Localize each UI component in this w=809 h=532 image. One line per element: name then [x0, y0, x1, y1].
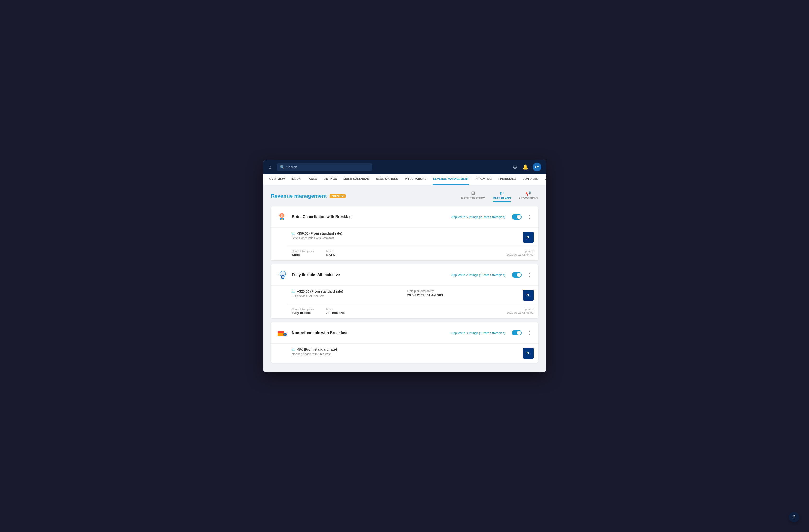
card-header-2: ↔ 👔 Fully flexible- All-inclusive Applie…	[271, 264, 538, 286]
card-icon-2: ↔ 👔	[276, 269, 288, 281]
booking-logo-2: B.	[523, 290, 534, 301]
svg-text:💳: 💳	[284, 334, 286, 336]
home-icon[interactable]: ⌂	[268, 163, 273, 171]
svg-text:$: $	[281, 214, 282, 217]
updated-field-2: Updated 2021-07-21 03:43:52	[505, 308, 534, 315]
tag-icon-1: 🏷	[292, 232, 295, 235]
cancellation-value-2: Fully flexible	[292, 311, 321, 315]
booking-logo-3: B.	[523, 348, 534, 358]
card-body-row-3: 🏷 -5% (From standard rate) Non-refundabl…	[292, 348, 534, 359]
more-button-2[interactable]: ⋮	[526, 271, 534, 279]
tab-rate-plans[interactable]: 🏷 RATE PLANS	[493, 191, 511, 201]
updated-label-2: Updated	[505, 308, 534, 311]
rate-subtitle-3: Non-refundable with Breakfast	[292, 353, 519, 356]
rate-plans-icon: 🏷	[500, 191, 504, 196]
nav-item-tasks[interactable]: TASKS	[307, 174, 317, 185]
meals-label-2: Meals	[326, 308, 355, 311]
avatar[interactable]: AC	[533, 163, 541, 171]
tab-promotions-label: PROMOTIONS	[518, 197, 538, 200]
card-body-row-1: 🏷 -$50.00 (From standard rate) Strict Ca…	[292, 231, 534, 243]
svg-text:💰: 💰	[281, 218, 283, 220]
top-bar-right: ⊕ 🔔 AC	[512, 163, 541, 171]
rate-value-3: -5% (From standard rate)	[297, 348, 337, 351]
nav-item-contacts[interactable]: CONTACTS	[522, 174, 539, 185]
rate-row-3: 🏷 -5% (From standard rate)	[292, 348, 519, 352]
nav-item-listings[interactable]: LISTINGS	[323, 174, 337, 185]
updated-value-1: 2021-07-21 03:44:40	[505, 253, 534, 256]
search-input[interactable]	[287, 165, 369, 169]
meals-label-1: Meals	[326, 250, 355, 252]
nav-item-overview[interactable]: OVERVIEW	[269, 174, 285, 185]
card-footer-1: Cancellation policy Strict Meals BKFST U…	[271, 247, 538, 261]
card-title-3: Non-refundable with Breakfast	[292, 331, 448, 335]
more-button-1[interactable]: ⋮	[526, 213, 534, 220]
avail-value-2: 23 Jul 2021 - 31 Jul 2021	[408, 293, 519, 297]
notification-icon[interactable]: 🔔	[521, 163, 529, 171]
avail-label-2: Rate plan availability	[408, 289, 519, 293]
toggle-2[interactable]	[512, 272, 521, 278]
nav-item-revenue[interactable]: REVENUE MANAGEMENT	[433, 174, 469, 185]
cancellation-breakfast-icon: $ 💰	[276, 211, 288, 223]
tag-icon-3: 🏷	[292, 348, 295, 352]
svg-rect-9	[278, 332, 284, 333]
cancellation-label-2: Cancellation policy	[292, 308, 321, 311]
nav-item-financials[interactable]: FINANCIALS	[498, 174, 516, 185]
nav-item-analytics[interactable]: ANALYTICS	[475, 174, 492, 185]
meals-value-2: All-inclusive	[326, 311, 355, 315]
card-title-2: Fully flexible- All-inclusive	[292, 273, 448, 277]
card-header-1: $ 💰 Strict Cancellation with Breakfast A…	[271, 206, 538, 228]
updated-value-2: 2021-07-21 03:43:52	[505, 311, 534, 314]
card-body-3: 🏷 -5% (From standard rate) Non-refundabl…	[271, 344, 538, 362]
nav-item-multicalendar[interactable]: MULTI-CALENDAR	[343, 174, 369, 185]
applied-link-3[interactable]: Applied to 3 listings (1 Rate Strategies…	[451, 331, 505, 335]
rate-plan-card-1: $ 💰 Strict Cancellation with Breakfast A…	[271, 206, 538, 261]
rate-row-1: 🏷 -$50.00 (From standard rate)	[292, 231, 519, 235]
cancellation-field-1: Cancellation policy Strict	[292, 250, 321, 256]
card-icon-3: 💳	[276, 326, 288, 339]
card-footer-2: Cancellation policy Fully flexible Meals…	[271, 305, 538, 318]
card-body-row-2: 🏷 +$20.00 (From standard rate) Fully fle…	[292, 289, 534, 301]
tab-promotions[interactable]: 📢 PROMOTIONS	[518, 191, 538, 201]
availability-section-2: Rate plan availability 23 Jul 2021 - 31 …	[408, 289, 519, 297]
rate-plan-card-3: 💳 Non-refundable with Breakfast Applied …	[271, 322, 538, 362]
add-button[interactable]: ⊕	[512, 163, 518, 171]
more-button-3[interactable]: ⋮	[526, 329, 534, 336]
toggle-1[interactable]	[512, 214, 521, 219]
page-header: Revenue management PREMIUM ⊞ RATE STRATE…	[271, 191, 538, 201]
sub-tabs: ⊞ RATE STRATEGY 🏷 RATE PLANS 📢 PROMOTION…	[461, 191, 538, 201]
tab-rate-plans-label: RATE PLANS	[493, 197, 511, 200]
svg-text:↔: ↔	[277, 273, 279, 276]
toggle-3[interactable]	[512, 330, 521, 336]
rate-strategy-icon: ⊞	[471, 191, 475, 196]
rate-value-1: -$50.00 (From standard rate)	[297, 231, 342, 235]
rate-value-2: +$20.00 (From standard rate)	[297, 289, 343, 293]
tag-icon-2: 🏷	[292, 290, 295, 294]
nav-item-integrations[interactable]: INTEGRATIONS	[404, 174, 427, 185]
card-icon-1: $ 💰	[276, 211, 288, 223]
main-window: ⌂ 🔍 ⊕ 🔔 AC OVERVIEW INBOX TASKS LISTINGS…	[263, 160, 546, 372]
updated-label-1: Updated	[505, 250, 534, 252]
help-button[interactable]: ?	[789, 512, 799, 522]
nav-item-reservations[interactable]: RESERVATIONS	[375, 174, 399, 185]
rate-subtitle-2: Fully flexible- All-inclusive	[292, 295, 404, 298]
premium-badge: PREMIUM	[330, 194, 346, 198]
nav-item-inbox[interactable]: INBOX	[291, 174, 301, 185]
nav-item-account[interactable]: ACCOUNT	[544, 174, 546, 185]
nonrefundable-breakfast-icon: 💳	[276, 326, 288, 339]
main-nav: OVERVIEW INBOX TASKS LISTINGS MULTI-CALE…	[263, 174, 546, 185]
search-bar[interactable]: 🔍	[277, 163, 373, 171]
promotions-icon: 📢	[526, 191, 531, 196]
cancellation-label-1: Cancellation policy	[292, 250, 321, 252]
applied-link-1[interactable]: Applied to 5 listings (2 Rate Strategies…	[451, 215, 505, 219]
tab-rate-strategy[interactable]: ⊞ RATE STRATEGY	[461, 191, 485, 201]
rate-subtitle-1: Strict Cancellation with Breakfast	[292, 236, 519, 240]
applied-link-2[interactable]: Applied to 2 listings (1 Rate Strategies…	[451, 273, 505, 277]
tab-rate-strategy-label: RATE STRATEGY	[461, 197, 485, 200]
rate-row-2: 🏷 +$20.00 (From standard rate)	[292, 289, 404, 294]
meals-field-2: Meals All-inclusive	[326, 308, 355, 315]
card-body-2: 🏷 +$20.00 (From standard rate) Fully fle…	[271, 286, 538, 305]
page-title: Revenue management	[271, 193, 327, 199]
meals-field-1: Meals BKFST	[326, 250, 355, 256]
flexible-allinclusive-icon: ↔ 👔	[276, 269, 288, 281]
top-bar: ⌂ 🔍 ⊕ 🔔 AC	[263, 160, 546, 174]
